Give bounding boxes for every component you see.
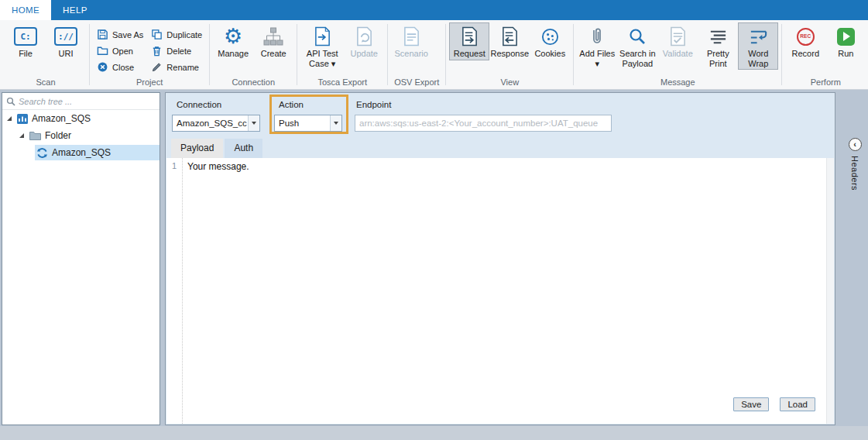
pretty-print-button[interactable]: Pretty Print — [698, 22, 738, 70]
connection-label: Connection — [177, 100, 221, 109]
group-label-message: Message — [577, 77, 778, 89]
pretty-print-icon — [708, 27, 728, 46]
tree-expander-icon[interactable] — [7, 116, 12, 121]
button-label: Delete — [166, 46, 191, 56]
word-wrap-icon — [749, 27, 768, 46]
response-view-button[interactable]: Response — [489, 22, 530, 60]
validate-button: Validate — [657, 22, 698, 60]
duplicate-button[interactable]: Duplicate — [147, 26, 206, 43]
tree-search-input[interactable] — [19, 97, 156, 106]
file-scan-button[interactable]: C: File — [5, 22, 46, 60]
tree-expander-icon[interactable] — [19, 133, 24, 138]
group-separator — [297, 24, 297, 85]
connection-select[interactable]: Amazon_SQS_cc — [172, 115, 260, 132]
search-icon — [6, 97, 15, 106]
tree-item-folder[interactable]: Folder — [2, 127, 160, 144]
manage-connection-button[interactable]: ⚙ Manage — [213, 22, 253, 60]
payload-editor: 1 Your message. Save Load — [166, 158, 834, 424]
headers-tab-label[interactable]: Headers — [850, 156, 859, 191]
group-label-perform: Perform — [785, 77, 866, 89]
run-button[interactable]: Run — [825, 22, 866, 60]
button-label: Duplicate — [166, 30, 202, 40]
group-label-connection: Connection — [213, 77, 293, 89]
action-label: Action — [279, 100, 304, 109]
group-label-view: View — [449, 77, 570, 89]
tree-item-service[interactable]: Amazon_SQS — [2, 144, 160, 161]
tree-search-row — [2, 93, 160, 110]
button-label: API Test Case ▾ — [301, 49, 343, 68]
save-as-button[interactable]: Save As — [93, 26, 147, 43]
scenario-button: Scenario — [391, 22, 431, 60]
open-button[interactable]: Open — [93, 43, 147, 59]
request-view-button[interactable]: Request — [449, 22, 489, 60]
word-wrap-button[interactable]: Word Wrap — [738, 22, 778, 70]
cookies-button[interactable]: Cookies — [530, 22, 570, 60]
document-refresh-icon — [355, 26, 373, 46]
close-button[interactable]: Close — [93, 59, 147, 75]
button-label: Validate — [663, 49, 693, 59]
editor-buttons: Save Load — [733, 397, 815, 411]
button-label: Word Wrap — [739, 49, 777, 68]
tree-item-label: Folder — [45, 130, 71, 141]
tab-help[interactable]: HELP — [51, 0, 99, 20]
button-label: Scenario — [395, 49, 428, 59]
payload-text-area[interactable]: Your message. — [182, 158, 826, 424]
button-label: Response — [491, 49, 530, 59]
save-icon — [97, 29, 108, 40]
load-button[interactable]: Load — [780, 397, 815, 411]
expand-headers-button[interactable]: ‹ — [849, 138, 862, 151]
trash-icon — [151, 45, 163, 57]
button-label: Search in Payload — [618, 49, 657, 68]
tab-payload[interactable]: Payload — [171, 139, 223, 158]
uri-scan-icon: :// — [54, 27, 77, 46]
paperclip-icon — [588, 26, 606, 46]
document-arrow-icon — [314, 26, 331, 46]
ribbon-group-view: Request Response — [448, 20, 571, 89]
request-fields-bar: Connection Amazon_SQS_cc Action Push End… — [166, 93, 835, 138]
tab-home[interactable]: HOME — [0, 0, 51, 20]
save-button[interactable]: Save — [733, 397, 769, 411]
group-separator — [89, 24, 90, 85]
tree-item-root[interactable]: Amazon_SQS — [2, 110, 160, 127]
search-icon — [628, 27, 647, 46]
record-icon: REC — [797, 28, 815, 46]
button-label: Update — [350, 49, 377, 59]
folder-icon — [29, 131, 41, 140]
create-connection-button[interactable]: Create — [253, 22, 293, 60]
ribbon-group-osv-export: Scenario OSV Export — [389, 20, 444, 89]
tab-auth[interactable]: Auth — [225, 139, 262, 158]
group-separator — [445, 24, 446, 85]
headers-side-panel: ‹ Headers — [846, 138, 864, 191]
button-label: Manage — [218, 49, 249, 59]
play-icon — [837, 28, 855, 46]
button-label: Add Files ▾ — [578, 49, 616, 68]
ribbon-group-project: Save As Open Close Duplicate — [91, 20, 208, 89]
button-label: Pretty Print — [698, 49, 737, 68]
record-button[interactable]: REC Record — [785, 22, 825, 60]
endpoint-label: Endpoint — [356, 100, 391, 109]
document-lines-icon — [403, 26, 420, 46]
file-scan-icon: C: — [14, 27, 37, 46]
tree-item-label: Amazon_SQS — [32, 113, 91, 124]
button-label: Cookies — [534, 49, 565, 59]
group-separator — [573, 24, 574, 85]
update-export-button: Update — [344, 22, 384, 60]
api-test-case-button[interactable]: API Test Case ▾ — [300, 22, 344, 70]
tree-sidebar: Amazon_SQS Folder Amazon_SQS — [2, 92, 160, 425]
endpoint-input[interactable] — [355, 115, 612, 132]
rename-button[interactable]: Rename — [147, 59, 206, 75]
duplicate-icon — [151, 29, 163, 40]
tree-item-label: Amazon_SQS — [52, 147, 111, 158]
ribbon: C: File :// URI Scan Save As — [0, 20, 868, 90]
button-label: File — [19, 49, 33, 59]
line-number-gutter: 1 — [166, 158, 182, 424]
action-select[interactable]: Push — [274, 115, 342, 132]
chevron-down-icon — [248, 115, 259, 131]
editor-scrollbar[interactable] — [826, 158, 834, 424]
group-label-tosca-export: Tosca Export — [300, 77, 384, 89]
delete-button[interactable]: Delete — [147, 43, 206, 59]
uri-scan-button[interactable]: :// URI — [46, 22, 86, 60]
add-files-button[interactable]: Add Files ▾ — [577, 22, 617, 70]
cookie-icon — [540, 27, 560, 46]
search-in-payload-button[interactable]: Search in Payload — [617, 22, 657, 70]
